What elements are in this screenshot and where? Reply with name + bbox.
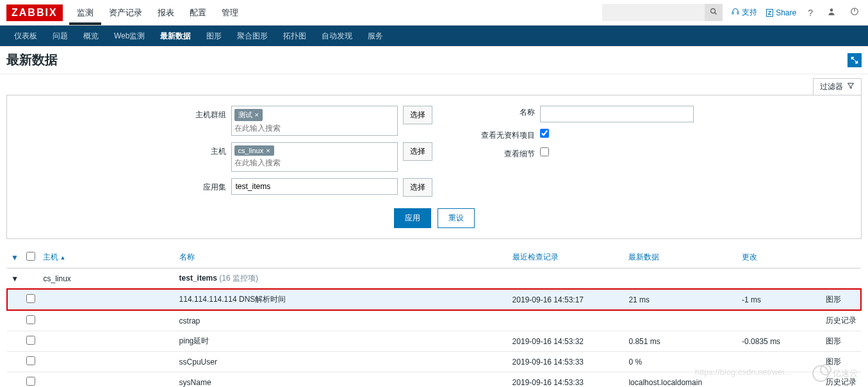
filter-toggle-row: 过滤器	[0, 74, 868, 95]
item-change	[738, 310, 822, 331]
watermark: 亿速云	[812, 365, 858, 382]
logout-icon[interactable]	[848, 4, 862, 21]
logo[interactable]: ZABBIX	[6, 4, 63, 21]
last-check-column-header[interactable]: 最近检查记录	[509, 247, 625, 268]
row-checkbox[interactable]	[26, 315, 35, 324]
z-icon: Z	[766, 9, 774, 17]
change-column-header[interactable]: 更改	[738, 247, 822, 268]
search-icon	[710, 8, 717, 17]
sub-nav-item[interactable]: 概览	[76, 26, 106, 47]
item-name: ssCpuUser	[176, 352, 509, 372]
sub-nav-item[interactable]: 自动发现	[314, 26, 360, 47]
remove-tag-icon[interactable]: ×	[255, 111, 259, 119]
search-box	[602, 4, 723, 21]
name-label: 名称	[471, 106, 535, 118]
row-checkbox[interactable]	[26, 336, 35, 345]
table-row: ping延时 2019-09-16 14:53:32 0.851 ms -0.0…	[7, 331, 861, 352]
host-group-input[interactable]	[234, 124, 395, 133]
main-nav-item[interactable]: 报表	[150, 1, 182, 25]
search-button[interactable]	[705, 4, 723, 21]
item-last-check: 2019-09-16 14:53:33	[509, 352, 625, 372]
sub-nav-item[interactable]: 仪表板	[6, 26, 45, 47]
table-header-row: ▼ 主机▲ 名称 最近检查记录 最新数据 更改	[7, 247, 861, 268]
svg-rect-2	[732, 12, 733, 15]
sub-nav-item[interactable]: Web监测	[106, 26, 152, 47]
item-last-check	[509, 310, 625, 331]
sub-nav: 仪表板问题概览Web监测最新数据图形聚合图形拓扑图自动发现服务	[0, 26, 868, 46]
host-select-btn[interactable]: 选择	[403, 142, 432, 161]
host-select[interactable]: cs_linux×	[231, 142, 398, 172]
table-row: cstrap 历史记录	[7, 310, 861, 331]
help-icon[interactable]: ?	[805, 5, 815, 21]
name-input[interactable]	[540, 106, 694, 122]
share-link[interactable]: Z Share	[766, 8, 797, 17]
sub-nav-item[interactable]: 最新数据	[152, 26, 199, 47]
page-title: 最新数据	[6, 51, 58, 69]
select-all-checkbox[interactable]	[26, 252, 35, 261]
host-label: 主机	[175, 142, 226, 157]
filter-icon	[847, 82, 855, 92]
item-latest	[625, 310, 738, 331]
sub-nav-item[interactable]: 拓扑图	[275, 26, 314, 47]
main-nav-item[interactable]: 监测	[69, 1, 101, 25]
sub-nav-item[interactable]: 问题	[45, 26, 76, 47]
item-action-link[interactable]: 历史记录	[822, 310, 861, 331]
main-nav-item[interactable]: 配置	[182, 1, 214, 25]
item-last-check: 2019-09-16 14:53:32	[509, 331, 625, 352]
show-details-checkbox[interactable]	[540, 147, 549, 156]
item-action-link[interactable]: 图形	[822, 289, 861, 310]
sub-nav-item[interactable]: 聚合图形	[229, 26, 275, 47]
item-last-check: 2019-09-16 14:53:17	[509, 289, 625, 310]
item-action-link[interactable]: 图形	[822, 331, 861, 352]
filter-panel: 主机群组 测试× 选择 主机 cs_linux× 选择 应用集 选择	[6, 95, 862, 239]
support-link[interactable]: 支持	[732, 7, 757, 18]
select-all-header	[22, 247, 39, 268]
group-host: cs_linux	[39, 268, 175, 290]
collapse-all-header[interactable]: ▼	[7, 247, 22, 268]
item-latest: 21 ms	[625, 289, 738, 310]
item-name: 114.114.114.114 DNS解析时间	[176, 289, 509, 310]
show-no-data-label: 查看无资料项目	[471, 129, 535, 141]
item-latest: 0.851 ms	[625, 331, 738, 352]
url-watermark: https://blog.csdn.net/wei...	[695, 367, 791, 377]
collapse-toggle[interactable]: ▼	[7, 268, 22, 290]
application-input[interactable]	[231, 178, 398, 195]
main-nav-item[interactable]: 资产记录	[101, 1, 150, 25]
search-input[interactable]	[602, 4, 705, 21]
row-checkbox[interactable]	[26, 356, 35, 365]
host-group-select[interactable]: 测试×	[231, 106, 398, 136]
name-column-header[interactable]: 名称	[176, 247, 509, 268]
host-tag: cs_linux×	[234, 145, 274, 156]
cloud-icon	[812, 365, 829, 382]
host-column-header[interactable]: 主机▲	[39, 247, 175, 268]
group-app: test_items (16 监控项)	[176, 268, 509, 290]
latest-data-column-header[interactable]: 最新数据	[625, 247, 738, 268]
svg-point-0	[710, 9, 715, 13]
remove-tag-icon[interactable]: ×	[266, 147, 270, 154]
headset-icon	[732, 8, 739, 17]
fullscreen-button[interactable]	[848, 53, 862, 67]
filter-toggle[interactable]: 过滤器	[813, 78, 862, 95]
row-checkbox[interactable]	[26, 377, 35, 386]
item-name: ping延时	[176, 331, 509, 352]
page-bar: 最新数据	[0, 46, 868, 74]
row-checkbox[interactable]	[26, 294, 35, 303]
host-input[interactable]	[234, 158, 395, 167]
sub-nav-item[interactable]: 服务	[360, 26, 391, 47]
watermark-brand: 亿速云	[833, 368, 858, 379]
item-change: -0.0835 ms	[738, 331, 822, 352]
svg-rect-3	[737, 12, 739, 15]
sort-asc-icon: ▲	[60, 254, 65, 261]
main-nav: 监测资产记录报表配置管理	[69, 1, 246, 25]
show-no-data-checkbox[interactable]	[540, 129, 549, 138]
application-select-btn[interactable]: 选择	[403, 178, 432, 197]
reset-button[interactable]: 重设	[438, 208, 475, 228]
apply-button[interactable]: 应用	[394, 208, 431, 228]
user-icon[interactable]	[824, 4, 839, 21]
host-group-select-btn[interactable]: 选择	[403, 106, 432, 124]
sub-nav-item[interactable]: 图形	[199, 26, 229, 47]
host-group-label: 主机群组	[175, 106, 226, 120]
expand-icon	[851, 56, 858, 64]
show-details-label: 查看细节	[471, 147, 535, 160]
main-nav-item[interactable]: 管理	[214, 1, 246, 25]
